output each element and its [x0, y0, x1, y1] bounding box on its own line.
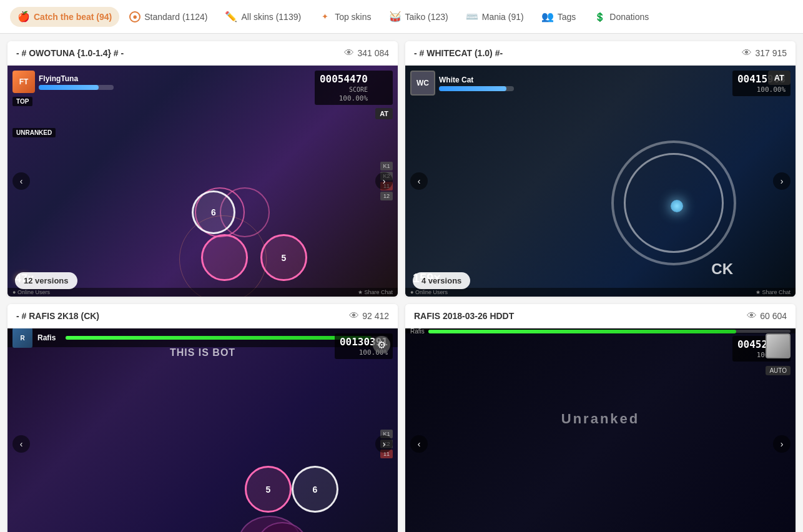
health-bar: [39, 85, 114, 90]
bottom-left: ● Online Users: [12, 289, 50, 295]
glow-dot: [671, 200, 683, 212]
auto-badge-4: AUTO: [766, 366, 791, 375]
views-count: 341 084: [357, 48, 389, 58]
accuracy-2: 100.00%: [737, 86, 786, 94]
rafis-avatar: R: [12, 328, 32, 348]
player-name-2: White Cat: [439, 76, 514, 84]
hit-5: 5: [260, 234, 307, 281]
next-arrow-3[interactable]: ›: [375, 435, 393, 453]
game-bottom-bar-2: ● Online Users ★ Share Chat: [405, 288, 796, 297]
views-eye-icon-3: 👁: [349, 310, 359, 322]
nav-taiko-label: Taiko (123): [405, 12, 448, 22]
score-box: 00054470 SCORE 100.00%: [315, 71, 393, 105]
top-badge: TOP: [12, 97, 32, 106]
nav-item-mania[interactable]: ⌨️ Mania (91): [458, 7, 531, 27]
accuracy: 100.00%: [320, 94, 368, 102]
nav-item-donations[interactable]: 💲 Donations: [586, 7, 656, 27]
nav-item-taiko[interactable]: 🥁 Taiko (123): [382, 7, 456, 27]
key-12: 12: [380, 192, 393, 200]
card-owotuna-title: - # OWOTUNA {1.0-1.4} # -: [16, 48, 124, 58]
player-bar: FT FlyingTuna: [12, 71, 114, 93]
rafis-hit-6: 6: [292, 466, 338, 513]
donations-icon: 💲: [593, 11, 606, 23]
card-owotuna-preview[interactable]: FT FlyingTuna 00054470 SCORE 100.00% AT: [7, 66, 398, 297]
card-rafis: - # RAFIS 2K18 (CK) 👁 92 412 R Rafis 001…: [7, 304, 398, 532]
nav-tags-label: Tags: [558, 12, 576, 22]
unranked-badge: UNRANKED: [12, 128, 56, 137]
player-label-4: Rafis: [410, 328, 425, 335]
mania-icon: ⌨️: [466, 11, 478, 23]
nav-donations-label: Donations: [609, 12, 649, 22]
nav-item-catch[interactable]: 🍎 Catch the beat (94): [10, 7, 119, 27]
card-owotuna: - # OWOTUNA {1.0-1.4} # - 👁 341 084 FT F…: [7, 41, 398, 297]
prev-arrow-2[interactable]: ‹: [410, 172, 428, 190]
top-health-panel: Rafis: [405, 328, 796, 333]
player-info: FlyingTuna: [39, 74, 114, 90]
prev-arrow[interactable]: ‹: [12, 172, 30, 190]
views-eye-icon-2: 👁: [742, 47, 752, 59]
at-badge: AT: [375, 108, 393, 119]
card-rafis2-title: RAFIS 2018-03-26 HDDT: [414, 311, 514, 321]
versions-pill[interactable]: 12 versions: [15, 272, 77, 289]
versions-pill-2[interactable]: 4 versions: [413, 272, 470, 289]
player-name: FlyingTuna: [39, 74, 114, 83]
prev-arrow-3[interactable]: ‹: [12, 435, 30, 453]
views-eye-icon-4: 👁: [747, 310, 757, 322]
pencil-icon: ✏️: [225, 11, 237, 23]
tags-icon: 👥: [541, 11, 554, 23]
health-fill-2: [439, 86, 506, 91]
player-avatar: FT: [12, 71, 35, 93]
card-owotuna-views: 👁 341 084: [344, 47, 389, 59]
bottom-right: ★ Share Chat: [358, 289, 393, 295]
outer-ring-1: [179, 215, 267, 297]
next-arrow[interactable]: ›: [375, 172, 393, 190]
card-rafis-preview[interactable]: R Rafis 00130391 100.00% ⚙ THIS IS BOT 5…: [7, 328, 398, 532]
views-count-4: 60 604: [760, 311, 787, 321]
nav-allskins-label: All skins (1139): [241, 12, 301, 22]
topskins-icon: ✦: [318, 11, 331, 23]
card-whitecat-header: - # WHITECAT (1.0) #- 👁 317 915: [405, 41, 796, 66]
card-whitecat-title: - # WHITECAT (1.0) #-: [414, 48, 503, 58]
card-rafis2: RAFIS 2018-03-26 HDDT 👁 60 604 Rafis 004…: [405, 304, 796, 532]
health-bar-2: [439, 86, 514, 91]
views-count-2: 317 915: [755, 48, 787, 58]
skins-grid: - # OWOTUNA {1.0-1.4} # - 👁 341 084 FT F…: [0, 34, 803, 532]
views-count-3: 92 412: [362, 311, 389, 321]
bottom-right-2: ★ Share Chat: [756, 289, 791, 295]
nav-item-topskins[interactable]: ✦ Top skins: [311, 7, 378, 27]
catch-icon: 🍎: [17, 11, 30, 23]
card-rafis2-preview[interactable]: Rafis 00452530 100.00% AUTO Unranked: [405, 328, 796, 532]
card-whitecat: - # WHITECAT (1.0) #- 👁 317 915 WC White…: [405, 41, 796, 297]
player-avatar-2: WC: [410, 71, 435, 96]
bot-text: THIS IS BOT: [170, 347, 235, 358]
next-arrow-2[interactable]: ›: [773, 172, 791, 190]
ck-label: CK: [711, 260, 733, 278]
game-bottom-bar: ● Online Users ★ Share Chat: [7, 288, 398, 297]
player-info-2: White Cat: [439, 76, 514, 91]
nav-item-standard[interactable]: ● Standard (1124): [122, 7, 215, 26]
next-arrow-4[interactable]: ›: [773, 435, 791, 453]
at-badge-2: AT: [768, 71, 791, 85]
card-whitecat-preview[interactable]: WC White Cat 00415968 100.00% AT: [405, 66, 796, 297]
card-rafis-title: - # RAFIS 2K18 (CK): [16, 311, 99, 321]
nav-mania-label: Mania (91): [482, 12, 524, 22]
rafis-hit-5: 5: [245, 466, 292, 513]
rafis-name: Rafis: [37, 333, 56, 342]
navigation: 🍎 Catch the beat (94) ● Standard (1124) …: [0, 0, 803, 34]
unranked-text-4: Unranked: [561, 411, 639, 427]
standard-icon: ●: [129, 11, 140, 22]
card-owotuna-header: - # OWOTUNA {1.0-1.4} # - 👁 341 084: [7, 41, 398, 66]
rafis2-avatar: [766, 333, 791, 358]
key-k1: K1: [380, 162, 393, 170]
card-rafis-header: - # RAFIS 2K18 (CK) 👁 92 412: [7, 304, 398, 328]
nav-item-allskins[interactable]: ✏️ All skins (1139): [217, 7, 308, 27]
card-rafis2-header: RAFIS 2018-03-26 HDDT 👁 60 604: [405, 304, 796, 328]
prev-arrow-4[interactable]: ‹: [410, 435, 428, 453]
card-rafis2-views: 👁 60 604: [747, 310, 787, 322]
views-eye-icon: 👁: [344, 47, 354, 59]
nav-item-tags[interactable]: 👥 Tags: [534, 7, 584, 27]
health-fill: [39, 85, 99, 90]
top-health-bar-outer: [428, 330, 791, 333]
card-whitecat-views: 👁 317 915: [742, 47, 787, 59]
gear-icon: ⚙: [373, 336, 390, 353]
